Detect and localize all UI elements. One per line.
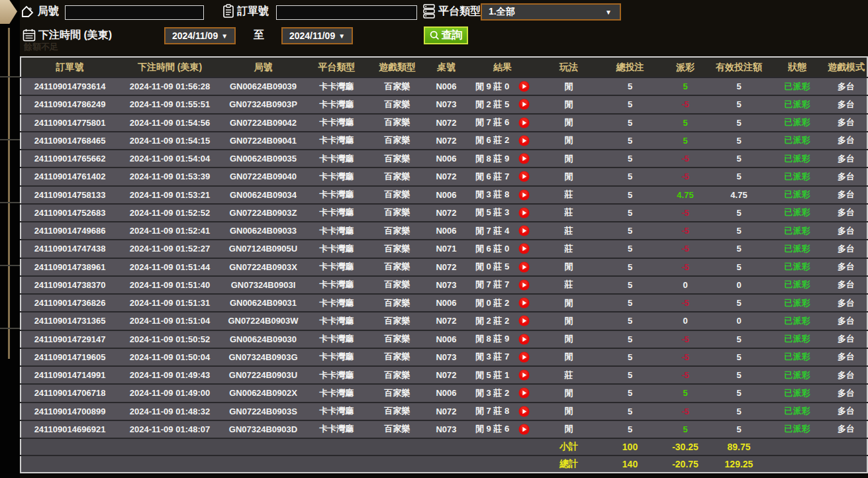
result-text: 閒 6 莊 7 [475, 171, 509, 183]
cell-mode: 多台 [826, 204, 867, 222]
cell-status: 已派彩 [769, 348, 826, 366]
table-row: 2411090147614022024-11-09 01:53:39GN0722… [21, 167, 867, 185]
cell-round-id: GN07324B0903I [221, 276, 305, 294]
play-video-icon[interactable] [518, 99, 530, 110]
play-video-icon[interactable] [518, 424, 530, 435]
cell-payout: 5 [661, 77, 709, 95]
cell-play: 閒 [539, 114, 599, 132]
play-video-icon[interactable] [518, 352, 530, 363]
cell-play: 閒 [539, 403, 599, 420]
cell-status: 已派彩 [769, 204, 826, 222]
cell-play: 閒 [539, 132, 599, 150]
cell-play: 閒 [539, 167, 599, 185]
play-video-icon[interactable] [518, 262, 530, 273]
subtotal-total-bet: 100 [599, 438, 661, 455]
platform-type-select[interactable]: 1.全部 ▼ [481, 3, 621, 21]
play-video-icon[interactable] [518, 207, 530, 218]
cell-total-bet: 5 [599, 222, 661, 240]
cell-result: 閒 6 莊 7 [466, 167, 539, 185]
play-video-icon[interactable] [518, 297, 530, 309]
play-video-icon[interactable] [518, 243, 530, 254]
table-row: 2411090147008992024-11-09 01:48:32GN0722… [21, 403, 867, 420]
cell-table-no: N072 [426, 312, 466, 330]
date-from-value: 2024/11/09 [172, 30, 218, 41]
result-text: 閒 6 莊 0 [475, 243, 509, 255]
play-video-icon[interactable] [518, 279, 530, 291]
cell-platform: 卡卡灣廳 [305, 95, 368, 113]
cell-order-id: 241109014768465 [21, 132, 119, 150]
cell-platform: 卡卡灣廳 [305, 258, 368, 276]
cell-order-id: 241109014793614 [21, 77, 119, 95]
betting-records-page: 餘額不足 局號 訂單號 平台類型 1.全部 ▼ 下注時間 (美東) 2024/1… [0, 0, 868, 478]
cell-game-type: 百家樂 [368, 312, 426, 330]
cell-bet-time: 2024-11-09 01:52:27 [119, 240, 221, 258]
cell-platform: 卡卡灣廳 [305, 240, 368, 258]
cell-total-bet: 5 [599, 114, 661, 132]
table-row: 2411090147368262024-11-09 01:51:31GN0062… [21, 294, 867, 312]
result-text: 閒 7 莊 8 [475, 405, 509, 417]
play-video-icon[interactable] [518, 135, 530, 146]
cell-game-type: 百家樂 [368, 150, 426, 167]
column-header-8: 總投注 [599, 57, 661, 77]
cell-table-no: N073 [426, 420, 466, 438]
column-header-2: 局號 [221, 57, 305, 77]
date-to-select[interactable]: 2024/11/09 ▼ [281, 27, 353, 44]
play-video-icon[interactable] [518, 387, 530, 399]
table-row: 2411090147684652024-11-09 01:54:15GN0722… [21, 132, 867, 150]
cell-mode: 多台 [826, 276, 867, 294]
search-button[interactable]: 查詢 [424, 26, 468, 44]
play-video-icon[interactable] [518, 189, 530, 201]
cell-order-id: 241109014765662 [21, 150, 119, 167]
cell-table-no: N006 [426, 384, 466, 402]
play-video-icon[interactable] [518, 315, 530, 326]
cell-valid-bet: 5 [709, 294, 769, 312]
play-video-icon[interactable] [518, 81, 530, 92]
cell-mode: 多台 [826, 167, 867, 185]
column-header-3: 平台類型 [305, 57, 368, 77]
column-header-7: 玩法 [539, 57, 599, 77]
date-from-select[interactable]: 2024/11/09 ▼ [164, 27, 236, 44]
cell-mode: 多台 [826, 240, 867, 258]
play-video-icon[interactable] [518, 117, 530, 128]
cell-bet-time: 2024-11-09 01:50:52 [119, 330, 221, 348]
total-spacer [21, 455, 539, 473]
cell-bet-time: 2024-11-09 01:48:32 [119, 403, 221, 420]
cell-valid-bet: 5 [709, 95, 769, 113]
cell-status: 已派彩 [769, 258, 826, 276]
cell-table-no: N072 [426, 366, 466, 384]
play-video-icon[interactable] [518, 153, 530, 164]
background-divider [0, 139, 20, 140]
order-id-input[interactable] [276, 5, 417, 20]
cell-game-type: 百家樂 [368, 95, 426, 113]
cell-total-bet: 5 [599, 312, 661, 330]
cell-round-id: GN00624B09031 [221, 294, 305, 312]
play-video-icon[interactable] [518, 334, 530, 345]
table-row: 2411090147656622024-11-09 01:54:04GN0062… [21, 150, 867, 167]
cell-mode: 多台 [826, 114, 867, 132]
cell-table-no: N006 [426, 294, 466, 312]
cell-valid-bet: 5 [709, 258, 769, 276]
cell-platform: 卡卡灣廳 [305, 403, 368, 420]
cell-status: 已派彩 [769, 384, 826, 402]
round-id-input[interactable] [65, 5, 204, 20]
play-video-icon[interactable] [518, 406, 530, 417]
cell-round-id: GN07224B09042 [221, 114, 305, 132]
cell-payout: -5 [661, 204, 709, 222]
cell-payout: -5 [661, 403, 709, 420]
subtotal-row: 小計 100 -30.25 89.75 [21, 438, 867, 455]
cell-valid-bet: 5 [709, 240, 769, 258]
cell-status: 已派彩 [769, 222, 826, 240]
result-text: 閒 5 莊 3 [475, 207, 509, 218]
cell-table-no: N006 [426, 222, 466, 240]
table-header-row: 訂單號下注時間 (美東)局號平台類型遊戲類型桌號結果玩法總投注派彩有效投注額狀態… [21, 57, 867, 77]
play-video-icon[interactable] [518, 369, 530, 381]
play-video-icon[interactable] [518, 171, 530, 182]
play-video-icon[interactable] [518, 225, 530, 236]
cell-round-id: GN07224B0903Z [221, 204, 305, 222]
cell-payout: 4.75 [661, 186, 709, 204]
cell-order-id: 241109014719605 [21, 348, 119, 366]
total-label: 總計 [539, 455, 599, 473]
cell-order-id: 241109014775801 [21, 114, 119, 132]
cell-table-no: N073 [426, 95, 466, 113]
table-row: 2411090147474382024-11-09 01:52:27GN0712… [21, 240, 867, 258]
